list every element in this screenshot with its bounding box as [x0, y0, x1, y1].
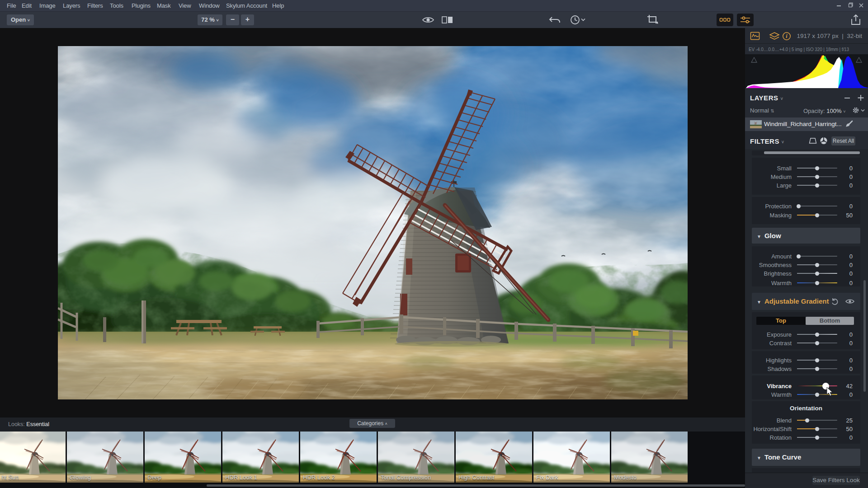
svg-text:i: i: [786, 33, 788, 39]
